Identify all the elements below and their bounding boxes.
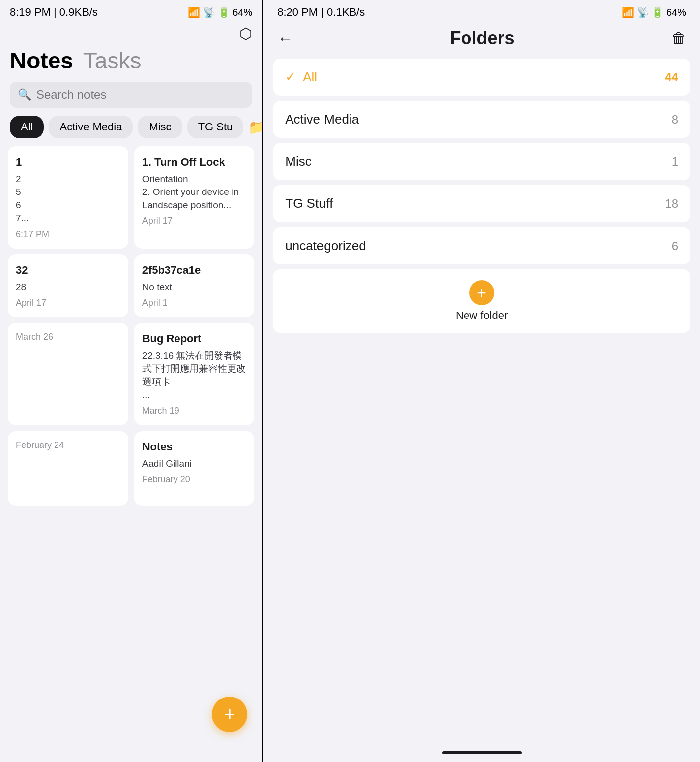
note-body-8: Aadil Gillani (142, 457, 247, 471)
note-body-3: 28 (16, 281, 120, 294)
note-card-5[interactable]: March 26 (8, 323, 128, 425)
folder-item-uncategorized[interactable]: uncategorized 6 (273, 227, 690, 264)
bottom-bar (442, 751, 522, 754)
search-icon: 🔍 (18, 88, 31, 101)
tab-tasks[interactable]: Tasks (83, 47, 142, 74)
note-title-2: 1. Turn Off Lock (142, 155, 247, 170)
folder-count-active-media: 8 (672, 113, 678, 127)
folder-name-uncategorized: uncategorized (285, 238, 671, 254)
folders-title: Folders (450, 28, 515, 49)
filter-tg-stuff[interactable]: TG Stu (187, 116, 244, 138)
battery-icon: 🔋 (218, 6, 230, 18)
left-panel: 8:19 PM | 0.9KB/s 📶 📡 🔋 64% ⬡ Notes Task… (0, 0, 262, 762)
new-folder-plus-icon: + (469, 280, 494, 305)
folder-count-all: 44 (665, 70, 678, 84)
trash-button[interactable]: 🗑 (671, 30, 686, 47)
wifi-icon: 📡 (203, 6, 215, 18)
note-date-7: February 24 (16, 440, 120, 450)
status-icons-left: 📶 📡 🔋 64% (188, 6, 252, 18)
note-body-2: Orientation2. Orient your device in Land… (142, 173, 247, 212)
folder-icon-button[interactable]: 📁 (248, 119, 262, 135)
note-date-3: April 17 (16, 298, 120, 308)
signal-icon-right: 📶 (622, 6, 634, 18)
note-title-4: 2f5b37ca1e (142, 263, 247, 278)
note-card-2[interactable]: 1. Turn Off Lock Orientation2. Orient yo… (134, 146, 255, 249)
folder-count-tg-stuff: 18 (665, 197, 678, 211)
tab-notes[interactable]: Notes (10, 47, 73, 74)
settings-icon-row: ⬡ (0, 23, 262, 47)
status-time-right: 8:20 PM | 0.1KB/s (277, 6, 365, 19)
folder-count-uncategorized: 6 (672, 239, 678, 253)
filter-active-media[interactable]: Active Media (49, 116, 133, 138)
status-bar-right: 8:20 PM | 0.1KB/s 📶 📡 🔋 64% (263, 0, 700, 23)
folder-count-misc: 1 (672, 155, 678, 169)
note-date-8: February 20 (142, 474, 247, 485)
folder-item-misc[interactable]: Misc 1 (273, 143, 690, 180)
folder-name-tg-stuff: TG Stuff (285, 196, 665, 211)
right-panel: 8:20 PM | 0.1KB/s 📶 📡 🔋 64% ← Folders 🗑 … (263, 0, 700, 762)
battery-percent-right: 64% (666, 7, 686, 18)
folder-item-all[interactable]: ✓ All 44 (273, 59, 690, 96)
note-card-1[interactable]: 1 2567... 6:17 PM (8, 146, 128, 249)
note-date-1: 6:17 PM (16, 229, 120, 240)
filter-row: All Active Media Misc TG Stu 📁 (0, 116, 262, 146)
status-icons-right: 📶 📡 🔋 64% (622, 6, 686, 18)
folder-item-active-media[interactable]: Active Media 8 (273, 101, 690, 138)
note-body-4: No text (142, 281, 247, 294)
note-card-8[interactable]: Notes Aadil Gillani February 20 (134, 431, 255, 506)
folders-list: ✓ All 44 Active Media 8 Misc 1 TG Stuff … (263, 59, 700, 333)
note-date-4: April 1 (142, 298, 247, 308)
search-input[interactable] (36, 88, 244, 102)
folder-name-active-media: Active Media (285, 112, 671, 127)
wifi-icon-right: 📡 (637, 6, 649, 18)
filter-all[interactable]: All (10, 116, 44, 138)
note-card-7[interactable]: February 24 (8, 431, 128, 506)
back-button[interactable]: ← (277, 29, 293, 48)
new-folder-label: New folder (456, 309, 508, 322)
signal-icon: 📶 (188, 6, 200, 18)
add-note-button[interactable]: + (212, 697, 247, 732)
folder-name-misc: Misc (285, 154, 671, 169)
settings-icon[interactable]: ⬡ (239, 25, 252, 42)
folders-header: ← Folders 🗑 (263, 23, 700, 59)
note-title-3: 32 (16, 263, 120, 278)
header-tabs: Notes Tasks (0, 47, 262, 82)
new-folder-button[interactable]: + New folder (273, 269, 690, 333)
note-title-8: Notes (142, 440, 247, 454)
note-card-4[interactable]: 2f5b37ca1e No text April 1 (134, 254, 255, 317)
note-title-6: Bug Report (142, 332, 247, 346)
filter-misc[interactable]: Misc (138, 116, 182, 138)
search-bar[interactable]: 🔍 (10, 82, 252, 108)
note-body-6: 22.3.16 無法在開發者模式下打開應用兼容性更改選項卡... (142, 349, 247, 402)
folder-item-tg-stuff[interactable]: TG Stuff 18 (273, 185, 690, 222)
note-card-6[interactable]: Bug Report 22.3.16 無法在開發者模式下打開應用兼容性更改選項卡… (134, 323, 255, 425)
status-time-left: 8:19 PM | 0.9KB/s (10, 6, 98, 19)
notes-grid: 1 2567... 6:17 PM 1. Turn Off Lock Orien… (0, 146, 262, 762)
note-body-1: 2567... (16, 173, 120, 225)
note-date-6: March 19 (142, 406, 247, 416)
note-date-2: April 17 (142, 216, 247, 226)
note-title-1: 1 (16, 155, 120, 170)
note-date-5: March 26 (16, 332, 120, 342)
status-bar-left: 8:19 PM | 0.9KB/s 📶 📡 🔋 64% (0, 0, 262, 23)
note-card-3[interactable]: 32 28 April 17 (8, 254, 128, 317)
folder-name-all: All (303, 69, 665, 85)
battery-icon-right: 🔋 (651, 6, 664, 18)
check-icon-all: ✓ (285, 69, 296, 85)
battery-percent-left: 64% (233, 7, 252, 18)
